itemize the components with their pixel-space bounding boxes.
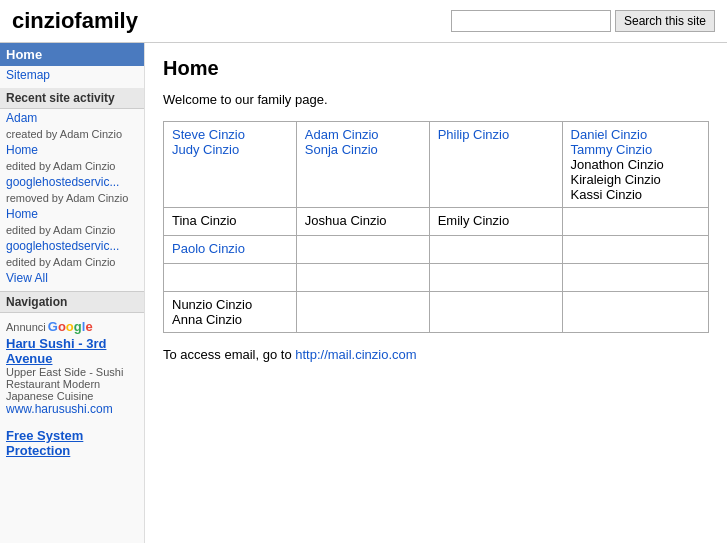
activity-action-0: created by Adam Cinzio [0, 127, 144, 141]
activity-link-1[interactable]: Home [0, 141, 144, 159]
table-cell [429, 292, 562, 333]
table-cell [296, 236, 429, 264]
person-name: Kiraleigh Cinzio [571, 172, 661, 187]
email-note-text: To access email, go to [163, 347, 295, 362]
table-row: Steve Cinzio Judy Cinzio Adam Cinzio Son… [164, 122, 709, 208]
person-link[interactable]: Tammy Cinzio [571, 142, 653, 157]
table-cell [164, 264, 297, 292]
search-input[interactable] [451, 10, 611, 32]
sidebar-item-home[interactable]: Home [0, 43, 144, 66]
table-row [164, 264, 709, 292]
email-link[interactable]: http://mail.cinzio.com [295, 347, 416, 362]
activity-action-4: edited by Adam Cinzio [0, 255, 144, 269]
table-cell [562, 264, 708, 292]
ad-subtitle: Upper East Side - Sushi Restaurant Moder… [6, 366, 138, 402]
search-button[interactable]: Search this site [615, 10, 715, 32]
person-link[interactable]: Judy Cinzio [172, 142, 239, 157]
table-cell: Philip Cinzio [429, 122, 562, 208]
table-cell [562, 236, 708, 264]
activity-link-3[interactable]: Home [0, 205, 144, 223]
google-logo: Google [48, 319, 93, 334]
table-cell [429, 236, 562, 264]
annunci-label: Annunci [6, 321, 46, 333]
person-link[interactable]: Adam Cinzio [305, 127, 379, 142]
activity-action-3: edited by Adam Cinzio [0, 223, 144, 237]
table-row: Nunzio Cinzio Anna Cinzio [164, 292, 709, 333]
main-content: Home Welcome to our family page. Steve C… [145, 43, 727, 543]
table-row: Paolo Cinzio [164, 236, 709, 264]
ad-area: Annunci Google Haru Sushi - 3rd Avenue U… [0, 313, 144, 464]
person-name: Joshua Cinzio [305, 213, 387, 228]
person-link[interactable]: Philip Cinzio [438, 127, 510, 142]
table-cell: Paolo Cinzio [164, 236, 297, 264]
welcome-text: Welcome to our family page. [163, 92, 709, 107]
activity-link-4[interactable]: googlehostedservic... [0, 237, 144, 255]
annunci-google: Annunci Google [6, 319, 138, 334]
activity-action-2: removed by Adam Cinzio [0, 191, 144, 205]
activity-link-0[interactable]: Adam [0, 109, 144, 127]
activity-action-1: edited by Adam Cinzio [0, 159, 144, 173]
recent-activity-header: Recent site activity [0, 88, 144, 109]
person-name: Tina Cinzio [172, 213, 237, 228]
search-area: Search this site [451, 10, 715, 32]
email-note: To access email, go to http://mail.cinzi… [163, 347, 709, 362]
table-cell: Adam Cinzio Sonja Cinzio [296, 122, 429, 208]
person-name: Jonathon Cinzio [571, 157, 664, 172]
person-link[interactable]: Sonja Cinzio [305, 142, 378, 157]
table-cell [429, 264, 562, 292]
table-cell: Nunzio Cinzio Anna Cinzio [164, 292, 297, 333]
person-name: Anna Cinzio [172, 312, 242, 327]
navigation-header: Navigation [0, 291, 144, 313]
table-cell [562, 292, 708, 333]
person-link[interactable]: Paolo Cinzio [172, 241, 245, 256]
person-link[interactable]: Daniel Cinzio [571, 127, 648, 142]
page-title: Home [163, 57, 709, 80]
ad-title[interactable]: Haru Sushi - 3rd Avenue [6, 336, 138, 366]
table-cell [562, 208, 708, 236]
ad-url[interactable]: www.harusushi.com [6, 402, 138, 416]
site-title: cinziofamily [12, 8, 138, 34]
table-cell [296, 292, 429, 333]
table-cell: Joshua Cinzio [296, 208, 429, 236]
person-link[interactable]: Steve Cinzio [172, 127, 245, 142]
view-all-link[interactable]: View All [0, 269, 144, 287]
table-row: Tina Cinzio Joshua Cinzio Emily Cinzio [164, 208, 709, 236]
family-table: Steve Cinzio Judy Cinzio Adam Cinzio Son… [163, 121, 709, 333]
table-cell: Steve Cinzio Judy Cinzio [164, 122, 297, 208]
person-name: Nunzio Cinzio [172, 297, 252, 312]
table-cell [296, 264, 429, 292]
activity-link-2[interactable]: googlehostedservic... [0, 173, 144, 191]
person-name: Emily Cinzio [438, 213, 510, 228]
ad2-title[interactable]: Free System Protection [6, 428, 138, 458]
person-name: Kassi Cinzio [571, 187, 643, 202]
sidebar: Home Sitemap Recent site activity Adam c… [0, 43, 145, 543]
table-cell: Daniel Cinzio Tammy Cinzio Jonathon Cinz… [562, 122, 708, 208]
table-cell: Emily Cinzio [429, 208, 562, 236]
table-cell: Tina Cinzio [164, 208, 297, 236]
sidebar-item-sitemap[interactable]: Sitemap [0, 66, 144, 84]
